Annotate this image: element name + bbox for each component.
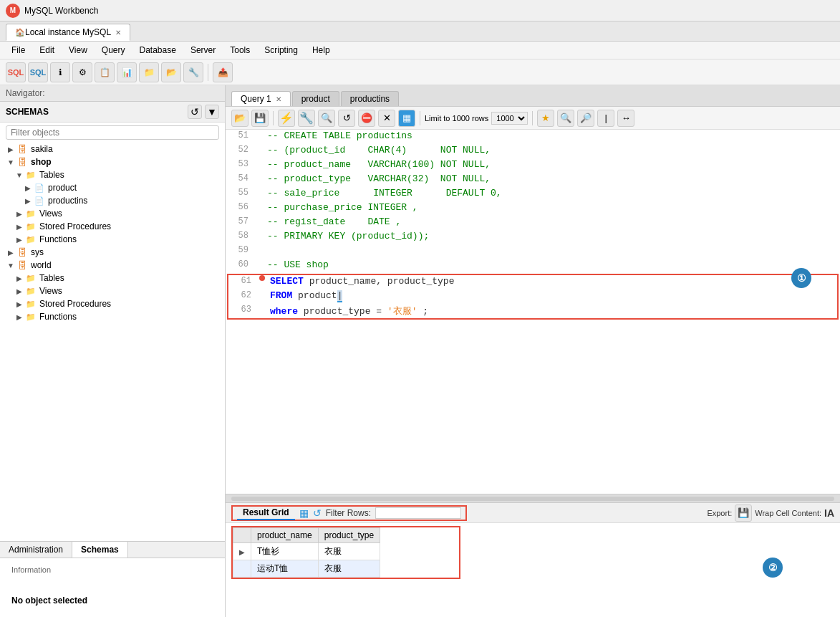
limit-dropdown[interactable]: 1000 500 200 [491,112,528,125]
data-table: product_name product_type ▶ T恤衫 衣服 [233,527,380,578]
schemas-title: SCHEMAS [6,107,49,117]
tree-label: shop [31,157,52,167]
q-stop-btn[interactable]: ⛔ [358,110,375,127]
toolbar-btn-5[interactable]: 📋 [95,62,115,82]
q-explain-btn[interactable]: 🔍 [318,110,335,127]
scroll-handle[interactable] [226,494,840,502]
tree-item-shop[interactable]: ▼ 🗄 shop [0,156,225,168]
toolbar-btn-9[interactable]: 🔧 [183,62,203,82]
tree-item-sakila[interactable]: ▶ 🗄 sakila [0,143,225,156]
menu-database[interactable]: Database [134,44,182,57]
q-star-btn[interactable]: ★ [537,110,554,127]
table-row[interactable]: 运动T恤 衣服 [233,560,380,578]
tree-item-tables[interactable]: ▼ 📁 Tables [0,168,225,181]
toolbar: SQL SQL ℹ ⚙ 📋 📊 📁 📂 🔧 📤 [0,59,840,85]
tree-item-productins[interactable]: ▶ 📄 productins [0,194,225,207]
folder-icon: 📁 [24,221,37,231]
toolbar-btn-10[interactable]: 📤 [213,62,233,82]
db-icon: 🗄 [16,144,29,154]
tree-item-world[interactable]: ▼ 🗄 world [0,259,225,272]
arrow-icon: ▶ [14,274,24,282]
tab-administration[interactable]: Administration [0,542,72,558]
schemas-header: SCHEMAS ↺ ▼ [0,102,225,123]
q-search-btn[interactable]: 🔍 [557,110,574,127]
arrow-icon: ▼ [6,158,16,166]
main-tab[interactable]: 🏠 Local instance MySQL ✕ [6,24,130,41]
table-row[interactable]: ▶ T恤衫 衣服 [233,543,380,560]
q-zoom-btn[interactable]: 🔎 [577,110,594,127]
menu-scripting[interactable]: Scripting [259,44,304,57]
menu-tools[interactable]: Tools [224,44,256,57]
q-pipe-btn[interactable]: | [597,110,614,127]
schemas-action-btn[interactable]: ↺ [188,105,202,119]
tree-label: product [48,183,77,193]
q-save-btn[interactable]: 💾 [251,110,269,127]
toolbar-btn-7[interactable]: 📁 [139,62,159,82]
schemas-filter-btn[interactable]: ▼ [205,105,219,119]
export-btn[interactable]: 💾 [735,504,752,522]
q-run2-btn[interactable]: 🔧 [298,110,315,127]
query-tab-3[interactable]: productins [341,91,399,106]
col-product-type-header: product_type [318,528,380,543]
arrow-icon: ▶ [14,210,24,218]
toolbar-btn-4[interactable]: ⚙ [72,62,92,82]
tree-label: sakila [31,144,53,154]
tree-label: Views [39,209,62,219]
menu-server[interactable]: Server [185,44,221,57]
menu-query[interactable]: Query [96,44,131,57]
db-icon: 🗄 [16,260,29,270]
cell-product-type: 衣服 [318,543,380,560]
code-line-54: 54 -- product_type VARCHAR(32) NOT NULL, [226,173,840,187]
arrow-icon: ▶ [14,300,24,308]
tree-item-world-stored-proc[interactable]: ▶ 📁 Stored Procedures [0,297,225,310]
grid-icon: ▦ [299,507,309,519]
toolbar-btn-1[interactable]: SQL [6,62,26,82]
tab-schemas[interactable]: Schemas [72,542,128,558]
q-grid-btn[interactable]: ▦ [398,110,415,127]
filter-input-result[interactable] [375,507,461,519]
cell-product-type: 衣服 [318,560,380,578]
tree-item-views[interactable]: ▶ 📁 Views [0,207,225,220]
q-refresh-btn[interactable]: ↺ [338,110,355,127]
q-open-btn[interactable]: 📂 [231,110,248,127]
code-line-63: 63 where product_type = '衣服' ; [228,304,837,318]
arrow-icon: ▶ [14,287,24,295]
result-grid-tab[interactable]: Result Grid [237,506,295,520]
query-tab-1[interactable]: Query 1 ✕ [231,91,291,106]
tree-item-world-tables[interactable]: ▶ 📁 Tables [0,272,225,284]
tree-item-sys[interactable]: ▶ 🗄 sys [0,246,225,259]
menu-file[interactable]: File [6,44,31,57]
arrow-icon: ▼ [14,171,24,179]
toolbar-btn-6[interactable]: 📊 [117,62,137,82]
menu-view[interactable]: View [63,44,93,57]
q-expand-btn[interactable]: ↔ [617,110,634,127]
code-editor[interactable]: 51 -- CREATE TABLE productins 52 -- (pro… [226,130,840,494]
tree-item-functions[interactable]: ▶ 📁 Functions [0,233,225,246]
left-panel: Navigator: SCHEMAS ↺ ▼ ▶ 🗄 sakila [0,85,226,617]
menu-help[interactable]: Help [306,44,336,57]
line-marker [259,275,265,281]
folder-icon: 📁 [24,286,37,296]
filter-input[interactable] [6,125,219,140]
code-line-58: 58 -- PRIMARY KEY (product_id)); [226,230,840,244]
q-run-btn[interactable]: ⚡ [278,110,295,127]
tree-item-stored-procedures[interactable]: ▶ 📁 Stored Procedures [0,220,225,233]
query-tab-close-1[interactable]: ✕ [276,95,281,103]
tree-item-world-views[interactable]: ▶ 📁 Views [0,284,225,297]
horizontal-scrollbar[interactable] [231,497,834,501]
result-toolbar: Result Grid ▦ ↺ Filter Rows: Export: 💾 W… [226,503,840,523]
toolbar-btn-8[interactable]: 📂 [161,62,181,82]
query-tab-2[interactable]: product [292,91,339,106]
export-label: Export: [707,509,732,517]
toolbar-btn-2[interactable]: SQL [28,62,48,82]
tab-close[interactable]: ✕ [115,29,121,37]
tree-item-world-functions[interactable]: ▶ 📁 Functions [0,310,225,323]
tree-label: Stored Procedures [39,299,111,309]
q-stop2-btn[interactable]: ✕ [378,110,395,127]
folder-icon: 📁 [24,209,37,219]
toolbar-btn-3[interactable]: ℹ [50,62,70,82]
tree-label: Tables [39,273,64,283]
tree-item-product[interactable]: ▶ 📄 product [0,181,225,194]
menu-edit[interactable]: Edit [34,44,60,57]
code-line-51: 51 -- CREATE TABLE productins [226,130,840,144]
